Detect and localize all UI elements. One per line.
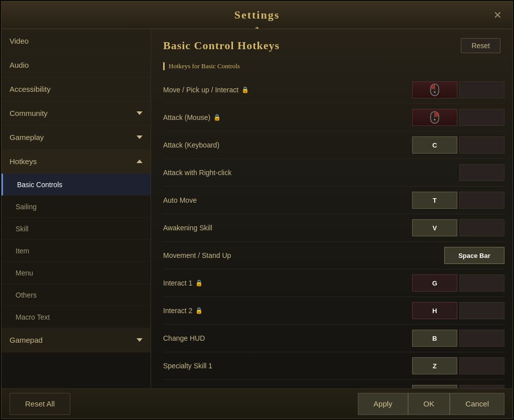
svg-point-7 [434,119,436,121]
key-button[interactable]: G [412,274,457,292]
cancel-button[interactable]: Cancel [450,393,504,415]
hotkey-label: Awakening Skill [163,224,212,232]
lock-icon: 🔒 [213,114,221,121]
hotkey-row: Change HUD B [163,325,504,352]
sidebar-item-label: Macro Text [16,313,50,321]
hotkey-row: Interact 2 🔒 H [163,297,504,325]
sidebar-item-item[interactable]: Item [2,240,151,262]
svg-rect-6 [435,112,438,117]
sidebar: Video Audio Accessibility Community Game… [2,29,151,388]
settings-modal: Settings ✕ ❧ Video Audio Accessibility [1,1,513,419]
key-button[interactable] [459,274,504,292]
key-button[interactable]: Space Bar [444,247,504,264]
modal-title: Settings [234,9,280,22]
key-button[interactable] [459,81,504,98]
reset-button[interactable]: Reset [461,38,500,53]
lock-icon: 🔒 [195,279,203,287]
hotkey-label: Specialty Skill 1 [163,362,212,370]
page-title: Basic Control Hotkeys [163,39,280,52]
key-button[interactable]: H [412,302,457,319]
key-button[interactable] [459,164,504,181]
key-binding: G [412,274,504,292]
section-label: Hotkeys for Basic Controls [151,58,512,76]
key-button[interactable] [459,109,504,126]
sidebar-item-others[interactable]: Others [2,284,151,306]
section-label-text: Hotkeys for Basic Controls [169,62,240,70]
reset-all-button[interactable]: Reset All [10,393,70,415]
key-binding: H [412,302,504,319]
key-binding [459,164,504,181]
hotkey-row: Specialty Skill 2 X [163,380,504,388]
sidebar-item-label: Audio [10,61,29,69]
key-button[interactable] [459,136,504,154]
svg-rect-2 [431,84,434,89]
sidebar-item-audio[interactable]: Audio [2,53,151,77]
sidebar-item-skill[interactable]: Skill [2,218,151,240]
main-content: Basic Control Hotkeys Reset Hotkeys for … [151,29,512,388]
sidebar-item-label: Others [16,291,37,299]
hotkey-label: Move / Pick up / Interact 🔒 [163,86,249,94]
sidebar-item-gamepad[interactable]: Gamepad [2,328,151,352]
modal-footer: Reset All Apply OK Cancel [2,388,512,418]
close-button[interactable]: ✕ [490,8,504,22]
key-button[interactable]: B [412,330,457,347]
hotkey-row: Specialty Skill 1 Z [163,352,504,380]
sidebar-item-label: Skill [16,225,29,233]
hotkey-label: Auto Move [163,196,197,204]
sidebar-item-label: Gameplay [10,133,44,142]
sidebar-item-label: Menu [16,269,33,277]
key-button[interactable] [412,81,457,98]
sidebar-item-macro-text[interactable]: Macro Text [2,306,151,328]
key-binding: V [412,219,504,236]
key-binding: Space Bar [444,247,504,264]
hotkey-row: Attack with Right-click [163,159,504,187]
sidebar-item-hotkeys[interactable]: Hotkeys [2,150,151,174]
sidebar-item-label: Item [16,247,29,255]
hotkey-label: Movement / Stand Up [163,251,231,259]
hotkey-label: Change HUD [163,334,205,342]
key-button[interactable]: V [412,219,457,236]
modal-overlay: Settings ✕ ❧ Video Audio Accessibility [0,0,514,420]
hotkey-label: Attack (Mouse) 🔒 [163,113,221,121]
sidebar-item-accessibility[interactable]: Accessibility [2,77,151,101]
footer-left: Reset All [10,393,70,415]
key-button[interactable]: C [412,136,457,154]
key-button[interactable] [459,330,504,347]
ok-button[interactable]: OK [408,393,450,415]
key-button[interactable]: Z [412,357,457,374]
sidebar-item-community[interactable]: Community [2,101,151,125]
sidebar-item-label: Hotkeys [10,157,37,166]
key-button[interactable] [459,302,504,319]
chevron-down-icon [137,135,143,139]
hotkey-label: Interact 1 🔒 [163,279,203,287]
key-button[interactable]: T [412,192,457,209]
key-button[interactable] [412,109,457,126]
key-button[interactable] [459,357,504,374]
key-binding: T [412,192,504,209]
hotkey-row: Awakening Skill V [163,214,504,242]
hotkey-label: Attack (Keyboard) [163,141,219,149]
key-binding [412,81,504,98]
key-binding [412,109,504,126]
apply-button[interactable]: Apply [358,393,408,415]
key-button[interactable] [459,219,504,236]
key-button[interactable] [459,192,504,209]
hotkey-row: Movement / Stand Up Space Bar [163,242,504,269]
svg-point-3 [434,91,436,93]
sidebar-item-menu[interactable]: Menu [2,262,151,284]
modal-body: Video Audio Accessibility Community Game… [2,29,512,388]
sidebar-item-basic-controls[interactable]: Basic Controls [2,174,151,196]
sidebar-item-label: Community [10,109,48,117]
key-button[interactable] [459,385,504,388]
sidebar-item-label: Sailing [16,203,37,211]
lock-icon: 🔒 [195,307,203,314]
hotkey-row: Attack (Keyboard) C [163,131,504,159]
hotkey-label: Interact 2 🔒 [163,307,203,315]
sidebar-item-video[interactable]: Video [2,29,151,53]
sidebar-item-sailing[interactable]: Sailing [2,196,151,218]
sidebar-item-label: Gamepad [10,336,43,344]
key-binding: C [412,136,504,154]
sidebar-item-gameplay[interactable]: Gameplay [2,125,151,150]
content-header: Basic Control Hotkeys Reset [151,29,512,58]
key-button[interactable]: X [412,385,457,388]
